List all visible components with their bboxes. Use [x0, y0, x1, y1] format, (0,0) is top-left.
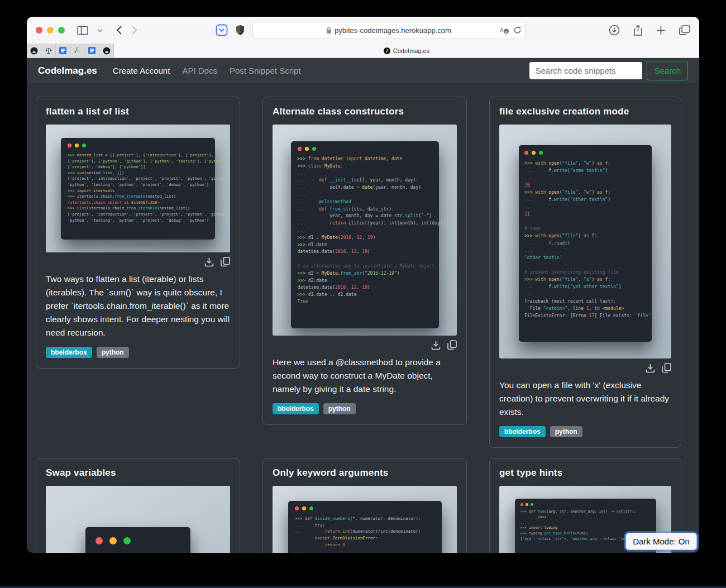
green-dot-icon: [123, 537, 131, 544]
share-icon[interactable]: [633, 25, 643, 36]
code-line: >>> d2.date: [298, 278, 432, 285]
shield-extension-icon[interactable]: [236, 25, 245, 36]
code-line: >>> def divide_numbers(*, numerator, den…: [295, 515, 435, 522]
code-line: ['project', 'debug'], ['python']]: [68, 164, 208, 170]
code-line: ... return cls(int(year), int(month), in…: [298, 220, 432, 227]
brand-link[interactable]: CodeImag.es: [38, 65, 97, 77]
active-tab[interactable]: CodeImag.es: [114, 44, 699, 58]
green-dot-icon: [312, 147, 316, 151]
code-line: ... pass: [520, 515, 651, 520]
card-actions: [273, 340, 457, 350]
toolbar-right-group: [609, 25, 690, 36]
docs-favicon-icon[interactable]: [85, 44, 99, 58]
maximize-window-button[interactable]: [58, 27, 65, 34]
terminal-dots: [298, 147, 432, 151]
yellow-dot-icon: [526, 503, 528, 506]
snippet-title: get type hints: [499, 467, 671, 479]
toolbar-center-group: pybites-codeimages.herokuapp.com Aa: [137, 22, 603, 39]
svg-text:a: a: [505, 30, 507, 34]
terminal-window: >>> nested_list = [['project'], ['introd…: [61, 138, 215, 240]
tag-badge-python[interactable]: python: [323, 403, 356, 414]
code-line: ...: [524, 174, 646, 181]
yellow-dot-icon: [532, 151, 536, 155]
tag-badge-bbelderbos[interactable]: bbelderbos: [499, 426, 546, 437]
code-block: >>> nested_list = [['project'], ['introd…: [68, 152, 208, 223]
tag-badge-bbelderbos[interactable]: bbelderbos: [46, 347, 92, 358]
tag-list: bbelderbospython: [273, 403, 457, 414]
green-dot-icon: [531, 503, 533, 506]
forward-button-icon[interactable]: [131, 25, 137, 35]
lock-icon: [326, 27, 332, 34]
snippet-description: Here we used a @classmethod to provide a…: [273, 356, 457, 396]
green-dot-icon: [539, 151, 543, 155]
svg-text:A: A: [500, 27, 504, 34]
tag-badge-python[interactable]: python: [550, 426, 582, 437]
code-line: >>> d1.date: [298, 242, 432, 249]
nav-link-post-snippet-script[interactable]: Post Snippet Script: [230, 66, 301, 75]
downloads-icon[interactable]: [609, 25, 620, 36]
terminal-window: >>> def divide_numbers(*, numerator, den…: [288, 501, 442, 553]
copy-code-icon[interactable]: [221, 257, 230, 267]
sidebar-toggle-icon[interactable]: [77, 26, 88, 35]
download-image-icon[interactable]: [646, 363, 655, 373]
red-dot-icon: [520, 503, 523, 506]
url-text: pybites-codeimages.herokuapp.com: [335, 26, 451, 35]
code-line: >>> import typing: [520, 525, 651, 531]
code-line: 'other text\n': [524, 254, 646, 261]
search-button[interactable]: Search: [647, 61, 688, 80]
reload-icon[interactable]: [514, 26, 521, 34]
github-favicon-icon[interactable]: [99, 44, 114, 58]
code-line: ... f.write("some text\n"): [524, 167, 646, 174]
code-line: >>> with open("file", "w") as f:: [524, 189, 646, 196]
snippet-title: flatten a list of list: [46, 106, 230, 117]
search-area: Search: [529, 61, 688, 80]
new-tab-icon[interactable]: [656, 26, 666, 35]
code-line: ...: [295, 548, 435, 553]
code-line: >>> itertools.chain.from_iterable(nested…: [68, 194, 208, 200]
code-line: ... f.write("other text\n"): [524, 196, 646, 203]
code-line: ...: [524, 203, 646, 211]
terminal-dots: [524, 151, 646, 155]
snippet-title: Alternate class constructors: [273, 106, 457, 117]
code-line: ['project', 'introduction', 'project', '…: [68, 176, 208, 182]
snippet-card: file exclusive creation mode >>> with op…: [489, 97, 681, 448]
snippet-title: Only keyword arguments: [273, 467, 457, 479]
close-window-button[interactable]: [36, 27, 42, 34]
dark-mode-toggle[interactable]: Dark Mode: On: [625, 533, 697, 550]
pocket-extension-icon[interactable]: [216, 24, 228, 36]
nav-link-api-docs[interactable]: API Docs: [182, 66, 217, 75]
scales-favicon-icon[interactable]: [41, 44, 56, 58]
terminal-dots: [520, 503, 651, 506]
minimize-window-button[interactable]: [47, 27, 54, 34]
github-favicon-icon[interactable]: [27, 44, 41, 58]
code-line: ['project'], ['python', 'github'], ['pyt…: [68, 159, 208, 165]
code-line: # oops: [524, 225, 646, 232]
tag-list: bbelderbospython: [46, 347, 230, 358]
code-line: >>> list(itertools.chain.from_iterable(n…: [68, 205, 208, 212]
back-button-icon[interactable]: [116, 25, 122, 35]
docs-favicon-icon[interactable]: [56, 44, 70, 58]
translate-icon[interactable]: Aa: [500, 27, 509, 34]
search-input[interactable]: [529, 62, 642, 79]
card-actions: [499, 363, 671, 373]
code-line: ... f.write("yet other text\n"): [524, 283, 646, 290]
download-image-icon[interactable]: [431, 340, 441, 350]
terminal-window: >>> a = 1: [85, 527, 190, 553]
nav-link-create-account[interactable]: Create Account: [113, 66, 170, 75]
code-line: ... return int(numerator)/int(denominato…: [295, 528, 435, 535]
tag-badge-python[interactable]: python: [97, 347, 129, 358]
tab-overview-icon[interactable]: [679, 25, 690, 35]
yellow-dot-icon: [302, 506, 306, 510]
copy-code-icon[interactable]: [662, 363, 671, 373]
python-favicon-icon[interactable]: [70, 44, 85, 58]
code-line: ...: [298, 170, 432, 178]
chevron-down-icon[interactable]: [97, 28, 103, 32]
tag-badge-bbelderbos[interactable]: bbelderbos: [273, 403, 319, 414]
address-bar[interactable]: pybites-codeimages.herokuapp.com Aa: [252, 22, 526, 39]
code-line: ...: [524, 290, 646, 298]
download-image-icon[interactable]: [204, 257, 214, 267]
code-line: [524, 261, 646, 269]
copy-code-icon[interactable]: [447, 340, 457, 350]
code-line: ... def from_str(cls, date_str):: [298, 206, 432, 213]
code-line: >>> def func(arg: str, another_arg: int)…: [520, 509, 651, 515]
